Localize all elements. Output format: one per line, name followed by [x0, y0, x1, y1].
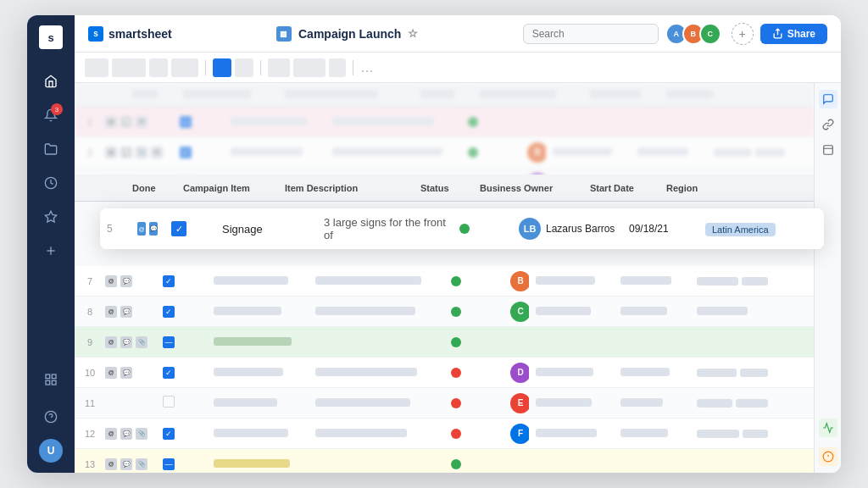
toolbar-view-grid[interactable] — [213, 58, 231, 77]
svg-rect-5 — [52, 374, 56, 379]
svg-rect-6 — [46, 380, 50, 385]
insights-panel-icon[interactable] — [819, 447, 837, 466]
toolbar-sep-2 — [260, 60, 261, 75]
notification-badge: 3 — [51, 103, 63, 115]
avatar-cell: F — [510, 424, 529, 444]
logo-text: s — [47, 31, 53, 44]
topbar-right: A B C + Share — [523, 23, 827, 45]
col-header-region: Region — [659, 183, 744, 193]
toolbar-view-gantt[interactable] — [235, 58, 253, 77]
toolbar-item-7[interactable] — [329, 58, 346, 77]
focused-row-region-tag: Latin America — [705, 223, 776, 236]
toolbar-more-icon[interactable]: … — [360, 60, 374, 75]
avatar-cell: C — [510, 302, 529, 322]
comment-icon: 💬 — [120, 116, 132, 128]
table-row: 12 @ 💬 📎 ✓ F — [75, 419, 814, 449]
table-row: 11 E — [75, 388, 814, 419]
col-header-start-date: Start Date — [583, 183, 659, 193]
table-row: 2 @ 💬 📎 ✉ ✓ B — [75, 137, 814, 168]
row-checkbox[interactable]: ✓ — [163, 428, 175, 440]
row-checkbox[interactable]: — — [180, 116, 192, 128]
focused-row-comment-icon: 💬 — [149, 222, 158, 236]
collaborators-avatars: A B C — [665, 23, 721, 45]
avatar-cell: D — [510, 363, 529, 383]
svg-marker-1 — [45, 211, 56, 222]
focused-row-num: 5 — [100, 223, 131, 235]
col-header-item-desc: Item Description — [278, 183, 414, 193]
svg-rect-11 — [823, 146, 832, 155]
attachments-panel-icon[interactable] — [819, 141, 837, 159]
favorite-star-icon[interactable]: ☆ — [408, 27, 418, 40]
toolbar-item-5[interactable] — [268, 58, 290, 77]
row-checkbox[interactable] — [163, 396, 175, 408]
toolbar-item-4[interactable] — [171, 58, 198, 77]
sidebar-item-recents[interactable] — [36, 168, 66, 198]
sidebar-item-folders[interactable] — [36, 134, 66, 164]
focused-row-link-icon: @ — [137, 222, 146, 236]
sheet-title: Campaign Launch — [298, 27, 401, 41]
link-icon: @ — [105, 116, 117, 128]
toolbar-item-1[interactable] — [85, 58, 108, 77]
row-checkbox[interactable]: ✓ — [163, 367, 175, 379]
focused-row-body: 5 @ 💬 ✓ Signage 3 large signs for the fr… — [100, 208, 824, 249]
focused-row-campaign-item: Signage — [215, 223, 317, 236]
table-row: 8 @ 💬 ✓ C — [75, 297, 814, 327]
row-checkbox[interactable]: ✓ — [163, 275, 175, 287]
focused-row-card: 5 @ 💬 ✓ Signage 3 large signs for the fr… — [100, 208, 824, 249]
table-row: 1 @ 💬 ✉ — — [75, 107, 814, 137]
avatar-cell: E — [510, 393, 529, 413]
toolbar-item-6[interactable] — [293, 58, 326, 77]
avatar-cell: B — [510, 271, 529, 291]
toolbar: … — [75, 53, 841, 83]
sheet-icon: ▦ — [276, 26, 292, 42]
row-checkbox[interactable]: ✓ — [163, 306, 175, 318]
avatar-3: C — [699, 23, 721, 45]
topbar: s smartsheet ▦ Campaign Launch ☆ A B C +… — [75, 15, 841, 53]
sidebar-item-home[interactable] — [36, 66, 66, 97]
col-header-done: Done — [125, 183, 176, 193]
col-header-status: Status — [414, 183, 473, 193]
attach-icon: ✉ — [136, 116, 147, 128]
sidebar-item-help[interactable] — [36, 402, 66, 432]
activity-panel-icon[interactable] — [819, 419, 837, 437]
col-header-campaign-item: Campaign Item — [176, 183, 278, 193]
row-checkbox[interactable]: ✓ — [180, 147, 192, 158]
row-checkbox[interactable]: — — [163, 336, 175, 348]
sidebar-item-apps[interactable] — [36, 364, 66, 395]
sidebar-item-notifications[interactable]: 3 — [36, 100, 66, 130]
comments-panel-icon[interactable] — [819, 90, 837, 108]
logo-icon: s — [88, 26, 103, 42]
svg-rect-7 — [52, 380, 56, 385]
toolbar-item-2[interactable] — [112, 58, 146, 77]
sidebar-logo: s — [39, 25, 63, 49]
links-panel-icon[interactable] — [819, 115, 837, 134]
focused-row-checkbox[interactable]: ✓ — [171, 221, 186, 236]
right-panel — [814, 83, 841, 473]
focused-row-owner-avatar: LB — [519, 218, 541, 240]
sidebar-item-favorites[interactable] — [36, 202, 66, 232]
sidebar-item-add[interactable] — [36, 236, 66, 266]
focused-row-status-dot — [459, 224, 470, 234]
toolbar-item-3[interactable] — [149, 58, 168, 77]
sheet-title-area: ▦ Campaign Launch ☆ — [276, 26, 418, 42]
share-label: Share — [787, 28, 815, 40]
search-input[interactable] — [523, 24, 659, 44]
table-row: 13 @ 💬 📎 — — [75, 449, 814, 473]
sidebar: s 3 U — [27, 15, 75, 473]
table-row: 7 @ 💬 ✓ B — [75, 266, 814, 297]
svg-rect-4 — [46, 374, 50, 379]
app-logo: s smartsheet — [88, 26, 172, 42]
focused-row-description: 3 large signs for the front of — [317, 216, 453, 241]
column-headers: Done Campaign Item Item Description Stat… — [75, 175, 814, 202]
lower-rows: 7 @ 💬 ✓ B 8 — [75, 266, 814, 473]
focused-row-start-date: 09/18/21 — [622, 223, 698, 235]
share-button[interactable]: Share — [760, 24, 827, 44]
row-checkbox[interactable]: — — [163, 458, 175, 470]
table-row: 10 @ 💬 ✓ D — [75, 358, 814, 388]
col-header-business-owner: Business Owner — [473, 183, 583, 193]
focused-row-owner-name: Lazarus Barros — [546, 223, 615, 235]
add-collaborator-button[interactable]: + — [732, 23, 754, 45]
main-content: s smartsheet ▦ Campaign Launch ☆ A B C +… — [75, 15, 841, 473]
user-avatar[interactable]: U — [39, 439, 63, 463]
sheet-area: 1 @ 💬 ✉ — — [75, 83, 841, 473]
